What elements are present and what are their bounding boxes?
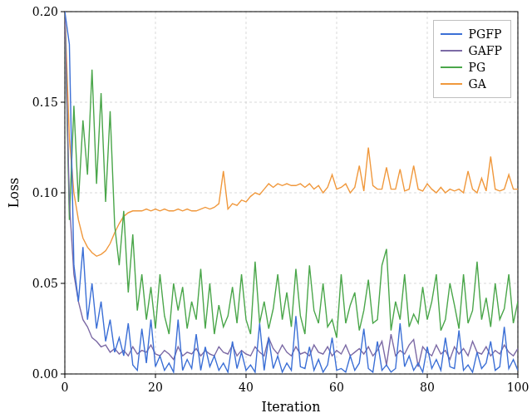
x-tick-label: 0 bbox=[62, 381, 69, 394]
x-tick-label: 100 bbox=[507, 381, 530, 394]
x-tick-label: 20 bbox=[148, 381, 163, 394]
y-tick-label: 0.15 bbox=[32, 96, 58, 109]
legend-label: PGFP bbox=[469, 27, 502, 41]
y-tick-label: 0.20 bbox=[32, 5, 58, 18]
x-tick-label: 80 bbox=[420, 381, 435, 394]
legend-swatch bbox=[441, 33, 462, 35]
x-axis-label: Iteration bbox=[262, 399, 321, 415]
legend-swatch bbox=[441, 83, 462, 85]
y-tick-label: 0.00 bbox=[32, 367, 58, 381]
legend-item-pg: PG bbox=[441, 59, 502, 76]
y-tick-label: 0.05 bbox=[32, 277, 58, 290]
legend-label: GA bbox=[469, 77, 486, 91]
x-tick-label: 40 bbox=[239, 381, 254, 394]
chart: Loss Iteration 020406080100 0.000.050.10… bbox=[0, 0, 532, 418]
legend: PGFPGAFPPGGA bbox=[433, 20, 511, 98]
y-tick-label: 0.10 bbox=[32, 186, 58, 199]
legend-label: GAFP bbox=[469, 44, 502, 57]
legend-swatch bbox=[441, 50, 462, 52]
y-axis-label: Loss bbox=[6, 178, 22, 209]
legend-item-gafp: GAFP bbox=[441, 42, 502, 59]
x-tick-label: 60 bbox=[329, 381, 344, 394]
legend-item-ga: GA bbox=[441, 76, 502, 92]
legend-swatch bbox=[441, 66, 462, 68]
legend-item-pgfp: PGFP bbox=[441, 26, 502, 42]
legend-label: PG bbox=[469, 61, 486, 74]
